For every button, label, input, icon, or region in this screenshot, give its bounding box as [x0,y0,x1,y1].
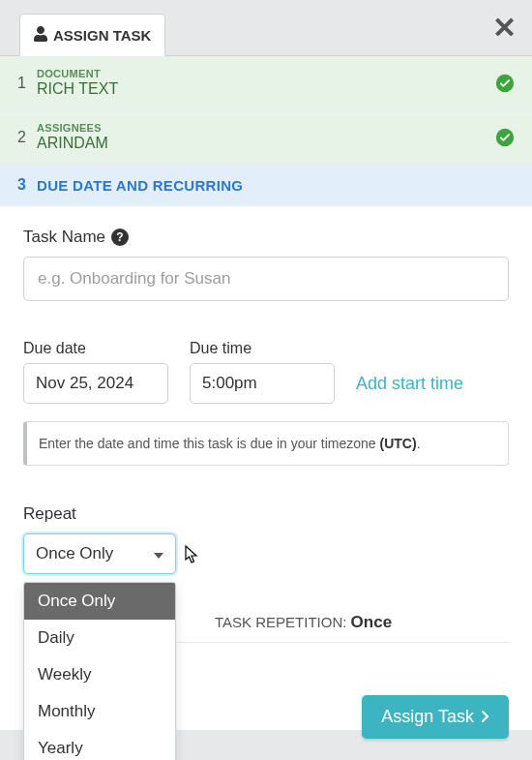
repeat-select-value: Once Only [36,544,113,562]
step-number: 3 [17,176,37,194]
repeat-option-daily[interactable]: Daily [24,620,175,656]
step-due-date[interactable]: 3 DUE DATE AND RECURRING [0,165,532,206]
tab-label: ASSIGN TASK [53,27,151,44]
task-name-label: Task Name ? [23,228,509,247]
step-sup-label: ASSIGNEES [37,122,515,134]
repeat-option-weekly[interactable]: Weekly [24,656,175,693]
user-icon [34,26,47,45]
repeat-option-monthly[interactable]: Monthly [24,693,175,730]
tab-bar: ASSIGN TASK [0,0,532,56]
task-name-input[interactable] [23,257,509,301]
tab-assign-task[interactable]: ASSIGN TASK [19,14,165,56]
step-main-label: DUE DATE AND RECURRING [37,177,515,194]
step-number: 1 [17,75,37,92]
repeat-option-yearly[interactable]: Yearly [24,730,175,760]
check-circle-icon [495,74,515,93]
help-icon[interactable]: ? [111,228,129,246]
step-assignees[interactable]: 2 ASSIGNEES ARINDAM [0,110,532,165]
step-main-label: ARINDAM [37,135,515,152]
task-repetition-summary: TASK REPETITION: Once [215,613,392,632]
add-start-time-link[interactable]: Add start time [356,374,463,393]
cursor-icon [185,545,200,568]
assign-task-label: Assign Task [381,707,474,727]
due-time-input[interactable] [190,363,335,404]
chevron-right-icon [482,709,489,725]
assign-task-button[interactable]: Assign Task [362,695,509,739]
timezone-hint: Enter the date and time this task is due… [23,421,509,466]
repeat-select[interactable]: Once Only [23,533,176,574]
repeat-label: Repeat [23,504,509,524]
step-main-label: RICH TEXT [37,80,515,98]
step-document[interactable]: 1 DOCUMENT RICH TEXT [0,56,532,110]
due-date-label: Due date [23,340,168,357]
repeat-dropdown: Once Only Daily Weekly Monthly Yearly [23,582,176,760]
step-sup-label: DOCUMENT [37,68,515,79]
repeat-option-once-only[interactable]: Once Only [24,583,175,620]
check-circle-icon [495,128,515,147]
content-panel: Task Name ? Due date Due time Add start … [0,206,532,730]
step-number: 2 [17,129,37,146]
chevron-down-icon [154,544,163,563]
due-date-input[interactable] [23,363,168,404]
close-icon[interactable]: ✕ [492,14,517,43]
due-time-label: Due time [190,340,335,357]
